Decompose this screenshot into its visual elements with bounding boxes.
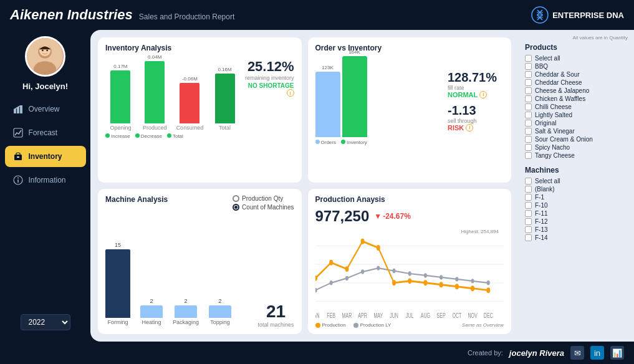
bar-produced-val: 0.04M — [148, 54, 161, 60]
machine-label: F-11 — [535, 210, 548, 217]
checkbox — [525, 218, 532, 225]
svg-point-42 — [423, 280, 427, 285]
machine-item[interactable]: F-11 — [525, 209, 628, 218]
year-selector[interactable]: 2022 2021 2020 — [21, 314, 70, 330]
chart-icon[interactable]: 📊 — [610, 346, 624, 360]
bar-total-label: Total — [219, 125, 231, 131]
inv-legend: Increase Decrease Total — [105, 133, 240, 139]
content-grid: Inventory Analysis 0.17M Opening 0.04M — [90, 30, 519, 342]
product-item[interactable]: Salt & Vinegar — [525, 127, 628, 135]
sidebar-item-inventory[interactable]: Inventory — [5, 146, 86, 167]
svg-text:JUN: JUN — [390, 312, 398, 320]
svg-point-29 — [408, 271, 411, 275]
machine-label: F-12 — [535, 218, 548, 225]
product-item[interactable]: Sour Cream & Onion — [525, 135, 628, 143]
order-bar-group: 123K 164K — [315, 49, 367, 137]
product-item[interactable]: Original — [525, 119, 628, 127]
main-layout: Hi, Jocelyn! Overview Forecast — [0, 30, 634, 342]
svg-point-18 — [17, 178, 19, 179]
product-label: Lightly Salted — [535, 112, 572, 118]
machine-item[interactable]: F-10 — [525, 201, 628, 209]
radio-production-qty[interactable]: Production Qty — [233, 195, 294, 202]
prod-dot — [315, 323, 320, 328]
machine-label: F-1 — [535, 194, 544, 201]
product-item[interactable]: BBQ — [525, 62, 628, 70]
svg-point-26 — [361, 269, 364, 274]
avatar — [25, 36, 65, 77]
bar-consumed-rect — [180, 83, 199, 123]
product-item[interactable]: Cheddar Cheese — [525, 79, 628, 87]
svg-text:SEP: SEP — [436, 312, 445, 320]
machine-item[interactable]: F-12 — [525, 218, 628, 226]
orders-bar — [315, 72, 340, 137]
machine-item[interactable]: (Blank) — [525, 185, 628, 193]
header: Aikenen Industries Sales and Production … — [0, 0, 634, 30]
svg-rect-13 — [14, 128, 22, 137]
product-item[interactable]: Spicy Nacho — [525, 143, 628, 151]
product-label: Spicy Nacho — [535, 144, 570, 151]
linkedin-icon[interactable]: in — [590, 346, 604, 360]
inventory-analysis-card: Inventory Analysis 0.17M Opening 0.04M — [98, 37, 302, 183]
sidebar-item-overview[interactable]: Overview — [5, 98, 86, 120]
order-bars: 123K 164K — [315, 56, 443, 137]
checkbox — [525, 226, 532, 233]
bar-consumed-val: -0.06M — [182, 76, 198, 82]
highest-label: Highest: 254,894 — [461, 229, 499, 234]
bar-total-rect — [215, 74, 235, 123]
product-item[interactable]: Tangy Cheese — [525, 151, 628, 160]
risk-info-icon[interactable]: i — [466, 124, 473, 132]
products-section: Products Select allBBQCheddar & SourChed… — [525, 43, 628, 160]
sidebar-item-forecast[interactable]: Forecast — [5, 122, 86, 143]
svg-text:APR: APR — [358, 312, 367, 320]
fill-info-icon[interactable]: i — [479, 91, 487, 98]
prod-line-chart: JAN FEB MAR APR MAY JUN JUL AUG SEP OCT … — [315, 228, 504, 320]
checkbox — [525, 194, 532, 201]
product-item[interactable]: Cheese & Jalapeno — [525, 87, 628, 95]
legend-decrease: Decrease — [135, 133, 162, 139]
product-item[interactable]: Lightly Salted — [525, 111, 628, 119]
sidebar: Hi, Jocelyn! Overview Forecast — [0, 30, 90, 342]
prod-chart: Highest: 254,894 — [315, 228, 504, 320]
product-item[interactable]: Select all — [525, 54, 628, 62]
svg-text:JAN: JAN — [315, 312, 320, 320]
checkbox — [525, 144, 532, 151]
inv-analysis-title: Inventory Analysis — [105, 44, 294, 52]
prod-change: ▼ -24.67% — [374, 212, 411, 221]
product-label: Tangy Cheese — [535, 152, 575, 159]
radio-count-machines[interactable]: Count of Machines — [233, 204, 294, 211]
bar-produced-rect — [145, 61, 165, 123]
product-label: BBQ — [535, 63, 548, 70]
radio-group: Production Qty Count of Machines — [233, 195, 294, 211]
sell-through-value: -1.13 — [448, 103, 504, 118]
report-subtitle: Sales and Production Report — [139, 12, 234, 21]
legend-total: Total — [167, 133, 183, 139]
prod-title: Production Anaysis — [315, 195, 504, 204]
machine-item[interactable]: F-13 — [525, 226, 628, 234]
product-item[interactable]: Cheddar & Sour — [525, 70, 628, 79]
sidebar-item-information[interactable]: Information — [5, 170, 86, 191]
machine-bar-topping: 2 Topping — [209, 298, 231, 325]
checkbox — [525, 71, 532, 78]
product-label: Original — [535, 120, 556, 127]
machine-bar-packaging: 2 Packaging — [173, 298, 199, 325]
product-label: Salt & Vinegar — [535, 128, 575, 135]
brand-name: Aikenen Industries — [10, 7, 133, 23]
machine-analysis-card: Machine Analysis Production Qty Count of… — [98, 189, 302, 334]
checkbox — [525, 55, 532, 62]
product-item[interactable]: Chicken & Waffles — [525, 95, 628, 103]
machine-item[interactable]: Select all — [525, 177, 628, 185]
order-chart: 123K 164K Orders Inventory — [315, 56, 443, 145]
machine-item[interactable]: F-14 — [525, 234, 628, 242]
machine-item[interactable]: F-1 — [525, 193, 628, 201]
prod-ly-dot — [353, 323, 358, 328]
total-machines-value: 21 — [266, 302, 286, 322]
enterprise-logo: ENTERPRISE DNA — [531, 6, 624, 24]
product-item[interactable]: Chilli Cheese — [525, 103, 628, 111]
inv-info-icon[interactable]: i — [287, 89, 294, 97]
panel-note: All values are in Quantity — [525, 35, 628, 41]
inv-percentage: 25.12% — [247, 59, 294, 75]
machine-chart: 15 Forming 2 Heating 2 Packaging — [105, 211, 254, 328]
legend-increase: Increase — [105, 133, 130, 139]
checkbox — [525, 103, 532, 110]
email-icon[interactable]: ✉ — [570, 346, 584, 360]
